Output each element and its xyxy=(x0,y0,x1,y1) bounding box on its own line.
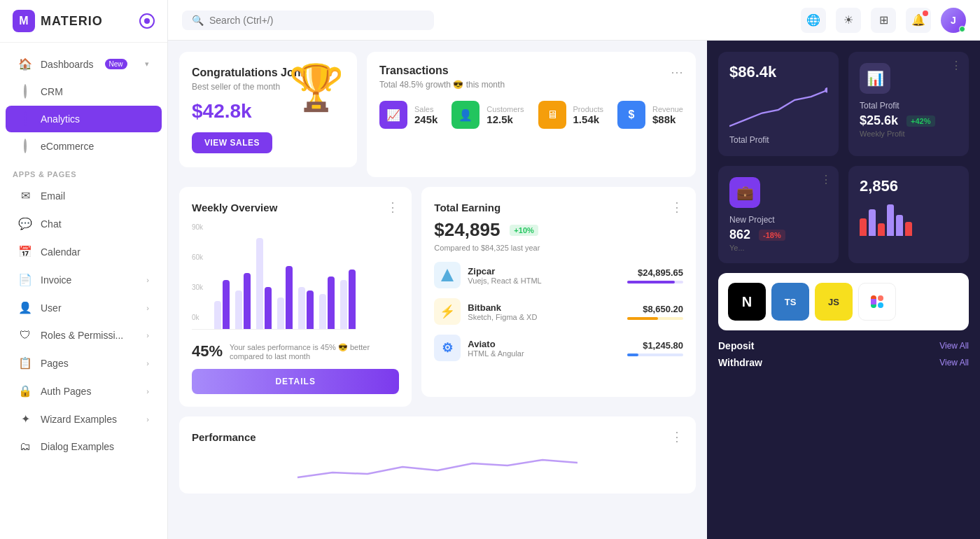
weekly-profit-amount: $25.6k xyxy=(860,113,898,128)
project-row: ⋮ 💼 New Project 862 -18% Ye... 2,856 xyxy=(718,166,969,263)
bar-light xyxy=(214,301,221,329)
bar-group-1 xyxy=(214,280,230,329)
invoice-icon: 📄 xyxy=(18,273,32,286)
earning-menu[interactable]: ⋮ xyxy=(671,200,683,215)
weekly-menu[interactable]: ⋮ xyxy=(386,200,399,215)
bar-light xyxy=(235,290,242,329)
sidebar-item-email[interactable]: ✉ Email xyxy=(6,182,162,209)
grid-button[interactable]: ⊞ xyxy=(871,8,896,33)
withdraw-view-all[interactable]: View All xyxy=(939,358,969,368)
bar-group-7 xyxy=(340,270,356,329)
performance-menu[interactable]: ⋮ xyxy=(671,429,683,444)
app-name: MATERIO xyxy=(41,14,103,29)
profit-mini-chart xyxy=(729,85,827,131)
aviato-logo: ⚙ xyxy=(434,335,461,361)
lock-icon: 🔒 xyxy=(18,384,32,398)
stat-products-info: Products 1.54k xyxy=(573,105,603,125)
bar-light xyxy=(319,294,326,329)
chat-icon: 💬 xyxy=(18,217,32,230)
view-sales-button[interactable]: VIEW SALES xyxy=(192,132,272,153)
sidebar-item-invoice[interactable]: 📄 Invoice › xyxy=(6,266,162,293)
bar-purple xyxy=(328,276,335,329)
sidebar-item-wizard[interactable]: ✦ Wizard Examples › xyxy=(6,405,162,433)
search-icon: 🔍 xyxy=(192,15,204,26)
record-button[interactable] xyxy=(139,13,155,29)
weekly-profit-growth: +42% xyxy=(906,115,934,127)
y-label-90k: 90k xyxy=(192,223,203,231)
transactions-menu[interactable]: ⋯ xyxy=(671,64,683,80)
top-row: Congratulations John! 🥳 Best seller of t… xyxy=(179,52,696,177)
stat-revenue-info: Revenue $88k xyxy=(652,105,683,125)
bar-purple xyxy=(265,287,272,329)
weekly-percentage: 45% xyxy=(192,342,223,360)
aviato-progress xyxy=(627,354,638,356)
sidebar-roles-label: Roles & Permissi... xyxy=(41,330,123,341)
products-icon: 🖥 xyxy=(538,101,566,129)
sidebar-calendar-label: Calendar xyxy=(41,246,80,258)
dot-icon xyxy=(24,84,27,99)
project-menu[interactable]: ⋮ xyxy=(820,173,832,186)
chevron-icon: › xyxy=(146,276,149,284)
transactions-subtitle: Total 48.5% growth 😎 this month xyxy=(379,80,683,90)
search-box[interactable]: 🔍 xyxy=(182,10,434,30)
performance-title: Performance xyxy=(192,431,256,443)
bar-light xyxy=(277,298,284,329)
translate-icon: 🌐 xyxy=(806,13,820,27)
bar-purple-2 xyxy=(887,204,894,236)
aviato-info: Aviato HTML & Angular xyxy=(468,339,620,358)
sidebar-user-label: User xyxy=(41,302,62,314)
deposit-section-header: Deposit View All xyxy=(718,340,969,351)
sidebar-item-auth[interactable]: 🔒 Auth Pages › xyxy=(6,377,162,405)
sidebar-item-ecommerce[interactable]: eCommerce xyxy=(6,133,162,160)
bar-group-2 xyxy=(235,273,251,329)
sidebar-invoice-label: Invoice xyxy=(41,274,71,286)
theme-button[interactable]: ☀ xyxy=(836,8,861,33)
wizard-icon: ✦ xyxy=(18,412,32,426)
deposit-view-all[interactable]: View All xyxy=(939,341,969,351)
sidebar-ecommerce-label: eCommerce xyxy=(41,141,94,152)
sidebar-item-pages[interactable]: 📋 Pages › xyxy=(6,349,162,377)
weekly-profit-menu[interactable]: ⋮ xyxy=(951,59,962,72)
sidebar-item-dashboards[interactable]: 🏠 Dashboards New ▾ xyxy=(6,50,162,78)
typescript-logo: TS xyxy=(771,283,809,321)
bitbank-info: Bitbank Sketch, Figma & XD xyxy=(468,302,620,321)
chevron-icon: › xyxy=(146,304,149,312)
sidebar-item-roles[interactable]: 🛡 Roles & Permissi... › xyxy=(6,322,162,349)
user-avatar[interactable]: J xyxy=(941,8,966,33)
y-label-60k: 60k xyxy=(192,253,203,261)
sun-icon: ☀ xyxy=(844,13,853,27)
sidebar-item-analytics[interactable]: Analytics xyxy=(6,106,162,132)
performance-card: Performance ⋮ xyxy=(179,416,696,493)
bar-purple-3 xyxy=(896,215,903,236)
weekly-profit-sublabel: Weekly Profit xyxy=(860,130,958,138)
sidebar-item-user[interactable]: 👤 User › xyxy=(6,294,162,321)
chevron-icon: ▾ xyxy=(145,59,149,69)
sidebar-item-chat[interactable]: 💬 Chat xyxy=(6,210,162,237)
stat-sales-info: Sales 245k xyxy=(414,105,438,125)
profit-amount-big: $86.4k xyxy=(729,63,827,81)
trophy-icon: 🏆 xyxy=(288,62,344,114)
sidebar-item-crm[interactable]: CRM xyxy=(6,78,162,105)
bar-purple xyxy=(223,280,230,329)
grid-icon: ⊞ xyxy=(879,13,888,27)
dot-icon xyxy=(24,139,27,153)
shield-icon: 🛡 xyxy=(18,329,32,342)
stat-customers: 👤 Customers 12.5k xyxy=(451,101,524,129)
sidebar-item-dialog[interactable]: 🗂 Dialog Examples xyxy=(6,433,162,460)
new-project-amount: 862 xyxy=(729,227,750,242)
translate-button[interactable]: 🌐 xyxy=(801,8,826,33)
deposit-title: Deposit xyxy=(718,340,754,351)
search-input[interactable] xyxy=(209,15,424,26)
new-project-card: ⋮ 💼 New Project 862 -18% Ye... xyxy=(718,166,839,263)
bar-red-3 xyxy=(905,222,912,236)
svg-marker-0 xyxy=(441,269,454,281)
new-badge: New xyxy=(105,59,127,69)
notification-button[interactable]: 🔔 xyxy=(906,8,931,33)
sidebar-pages-label: Pages xyxy=(41,358,69,369)
sidebar-item-calendar[interactable]: 📅 Calendar xyxy=(6,238,162,265)
chevron-icon: › xyxy=(146,331,149,340)
txn-bitbank: ⚡ Bitbank Sketch, Figma & XD $8,650.20 xyxy=(434,298,683,325)
bar-light xyxy=(298,287,305,329)
details-button[interactable]: DETAILS xyxy=(192,369,399,394)
bar-light xyxy=(340,280,347,329)
